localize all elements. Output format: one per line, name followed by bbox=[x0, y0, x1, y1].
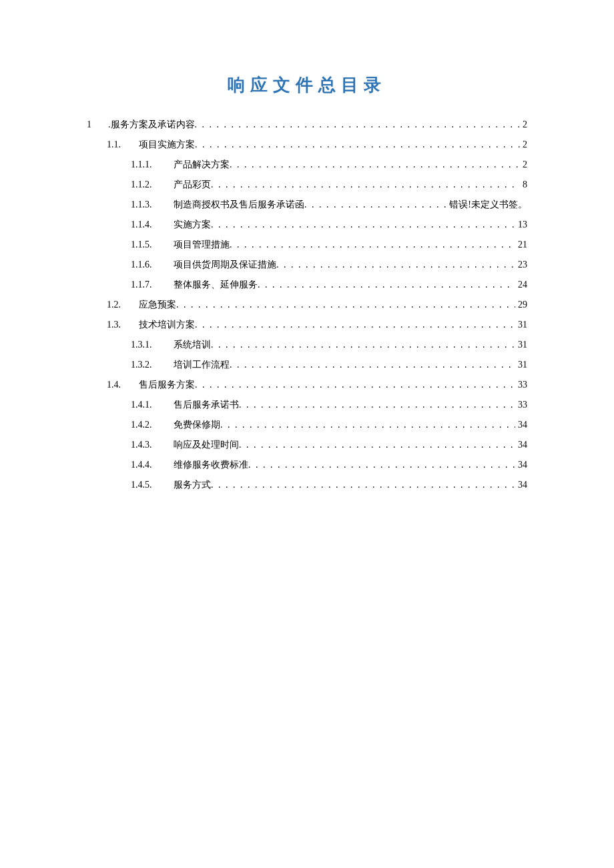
toc-entry-number: 1.2. bbox=[107, 296, 139, 314]
toc-entry-page: 31 bbox=[515, 336, 527, 354]
toc-dot-leader bbox=[211, 215, 515, 234]
toc-entry[interactable]: 1.1.项目实施方案2 bbox=[87, 135, 527, 154]
toc-dot-leader bbox=[211, 175, 520, 194]
toc-entry-label: 整体服务、延伸服务 bbox=[174, 276, 258, 294]
toc-entry-number: 1.3. bbox=[107, 316, 139, 334]
toc-dot-leader bbox=[239, 436, 515, 454]
toc-entry-number: 1.4.2. bbox=[131, 416, 174, 434]
toc-entry-number: 1.1.4. bbox=[131, 215, 174, 234]
toc-entry-page: 错误!未定义书签。 bbox=[446, 195, 527, 214]
toc-entry-label: 技术培训方案 bbox=[139, 316, 195, 334]
toc-entry-number: 1.4.3. bbox=[131, 436, 174, 454]
toc-entry-label: 售后服务方案 bbox=[139, 376, 195, 394]
toc-entry[interactable]: 1.4.4.维修服务收费标准34 bbox=[87, 456, 527, 474]
toc-dot-leader bbox=[195, 376, 515, 394]
toc-dot-leader bbox=[239, 396, 515, 414]
toc-entry-label: 项目实施方案 bbox=[139, 135, 195, 154]
toc-entry-number: 1.4.5. bbox=[131, 476, 174, 494]
toc-entry-page: 29 bbox=[515, 296, 527, 314]
toc-entry-page: 2 bbox=[520, 135, 527, 154]
toc-entry-page: 31 bbox=[515, 356, 527, 374]
toc-entry-label: 项目供货周期及保证措施 bbox=[174, 256, 276, 274]
toc-entry-page: 33 bbox=[515, 376, 527, 394]
toc-entry-page: 34 bbox=[515, 416, 527, 434]
toc-entry-page: 8 bbox=[520, 175, 527, 194]
toc-entry-label: 产品解决方案 bbox=[174, 155, 230, 174]
toc-entry-label: 售后服务承诺书 bbox=[174, 396, 239, 414]
toc-entry-number: 1.1.2. bbox=[131, 175, 174, 194]
toc-entry-number: 1.3.1. bbox=[131, 336, 174, 354]
toc-entry-page: 31 bbox=[515, 316, 527, 334]
toc-entry[interactable]: 1.4.2.免费保修期34 bbox=[87, 416, 527, 434]
toc-entry[interactable]: 1.4.3.响应及处理时间34 bbox=[87, 436, 527, 454]
toc-entry-label: 培训工作流程 bbox=[174, 356, 230, 374]
toc-entry[interactable]: 1.1.5.项目管理措施21 bbox=[87, 236, 527, 254]
toc-entry-page: 34 bbox=[515, 436, 527, 454]
toc-entry[interactable]: 1.1.3.制造商授权书及售后服务承诺函错误!未定义书签。 bbox=[87, 195, 527, 214]
toc-dot-leader bbox=[230, 236, 515, 254]
toc-entry[interactable]: 1.2.应急预案29 bbox=[87, 296, 527, 314]
toc-entry-label: 系统培训 bbox=[174, 336, 211, 354]
toc-entry[interactable]: 1.3.1.系统培训31 bbox=[87, 336, 527, 354]
toc-entry-number: 1.4.4. bbox=[131, 456, 174, 474]
toc-entry-page: 2 bbox=[520, 155, 527, 174]
toc-entry-number: 1.1.5. bbox=[131, 236, 174, 254]
toc-entry-page: 34 bbox=[515, 456, 527, 474]
toc-entry-label: 应急预案 bbox=[139, 296, 176, 314]
toc-entry[interactable]: 1.1.1.产品解决方案2 bbox=[87, 155, 527, 174]
toc-entry-number: 1.1. bbox=[107, 135, 139, 154]
toc-entry-page: 34 bbox=[515, 476, 527, 494]
toc-entry-page: 2 bbox=[520, 115, 527, 134]
toc-entry-number: 1.3.2. bbox=[131, 356, 174, 374]
toc-entry[interactable]: 1.3.技术培训方案31 bbox=[87, 316, 527, 334]
toc-entry[interactable]: 1.4.售后服务方案33 bbox=[87, 376, 527, 394]
toc-dot-leader bbox=[211, 336, 515, 354]
toc-dot-leader bbox=[176, 296, 515, 314]
toc-dot-leader bbox=[220, 416, 515, 434]
toc-entry-page: 23 bbox=[515, 256, 527, 274]
toc-dot-leader bbox=[258, 276, 515, 294]
page-title: 响应文件总目录 bbox=[87, 73, 527, 97]
toc-entry-label: 响应及处理时间 bbox=[174, 436, 239, 454]
toc-entry-label: 免费保修期 bbox=[174, 416, 220, 434]
toc-dot-leader bbox=[211, 476, 515, 494]
toc-entry-page: 24 bbox=[515, 276, 527, 294]
toc-entry[interactable]: 1.3.2.培训工作流程31 bbox=[87, 356, 527, 374]
toc-entry-number: 1.1.7. bbox=[131, 276, 174, 294]
toc-entry-label: 实施方案 bbox=[174, 215, 211, 234]
toc-dot-leader bbox=[195, 135, 520, 154]
toc-dot-leader bbox=[304, 195, 446, 214]
toc-entry-label: 制造商授权书及售后服务承诺函 bbox=[174, 195, 304, 214]
toc-dot-leader bbox=[248, 456, 515, 474]
toc-entry-number: 1.4. bbox=[107, 376, 139, 394]
toc-entry[interactable]: 1.服务方案及承诺内容2 bbox=[87, 115, 527, 134]
toc-entry[interactable]: 1.1.7.整体服务、延伸服务24 bbox=[87, 276, 527, 294]
toc-entry-page: 13 bbox=[515, 215, 527, 234]
table-of-contents: 1.服务方案及承诺内容21.1.项目实施方案21.1.1.产品解决方案21.1.… bbox=[87, 115, 527, 494]
toc-dot-leader bbox=[230, 155, 520, 174]
toc-dot-leader bbox=[230, 356, 515, 374]
toc-entry[interactable]: 1.4.1.售后服务承诺书33 bbox=[87, 396, 527, 414]
toc-entry-number: 1 bbox=[87, 115, 108, 134]
toc-entry-label: 服务方式 bbox=[174, 476, 211, 494]
toc-entry-label: 维修服务收费标准 bbox=[174, 456, 248, 474]
toc-entry[interactable]: 1.4.5.服务方式34 bbox=[87, 476, 527, 494]
toc-entry-number: 1.1.3. bbox=[131, 195, 174, 214]
toc-entry-label: 产品彩页 bbox=[174, 175, 211, 194]
toc-entry-number: 1.1.1. bbox=[131, 155, 174, 174]
toc-dot-leader bbox=[195, 316, 515, 334]
toc-entry-label: .服务方案及承诺内容 bbox=[108, 115, 195, 134]
toc-entry[interactable]: 1.1.2.产品彩页8 bbox=[87, 175, 527, 194]
toc-dot-leader bbox=[276, 256, 515, 274]
toc-entry-page: 33 bbox=[515, 396, 527, 414]
toc-entry-page: 21 bbox=[515, 236, 527, 254]
toc-entry-label: 项目管理措施 bbox=[174, 236, 230, 254]
toc-entry-number: 1.4.1. bbox=[131, 396, 174, 414]
toc-entry-number: 1.1.6. bbox=[131, 256, 174, 274]
toc-dot-leader bbox=[195, 115, 521, 134]
toc-entry[interactable]: 1.1.6.项目供货周期及保证措施23 bbox=[87, 256, 527, 274]
toc-entry[interactable]: 1.1.4.实施方案13 bbox=[87, 215, 527, 234]
